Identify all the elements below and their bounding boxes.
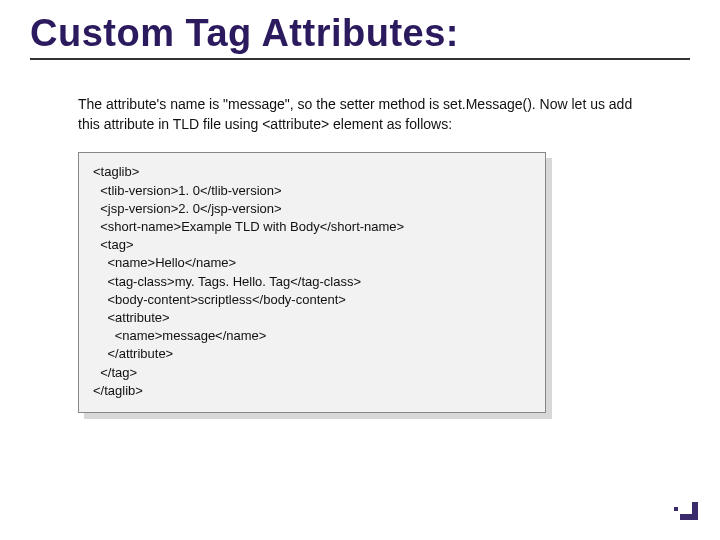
title-divider [30, 58, 690, 60]
corner-decoration-icon [680, 502, 698, 520]
code-block: <taglib> <tlib-version>1. 0</tlib-versio… [78, 152, 546, 412]
code-block-container: <taglib> <tlib-version>1. 0</tlib-versio… [78, 152, 546, 412]
page-title: Custom Tag Attributes: [30, 14, 690, 54]
description-text: The attribute's name is "message", so th… [78, 94, 648, 135]
slide: Custom Tag Attributes: The attribute's n… [0, 0, 720, 540]
